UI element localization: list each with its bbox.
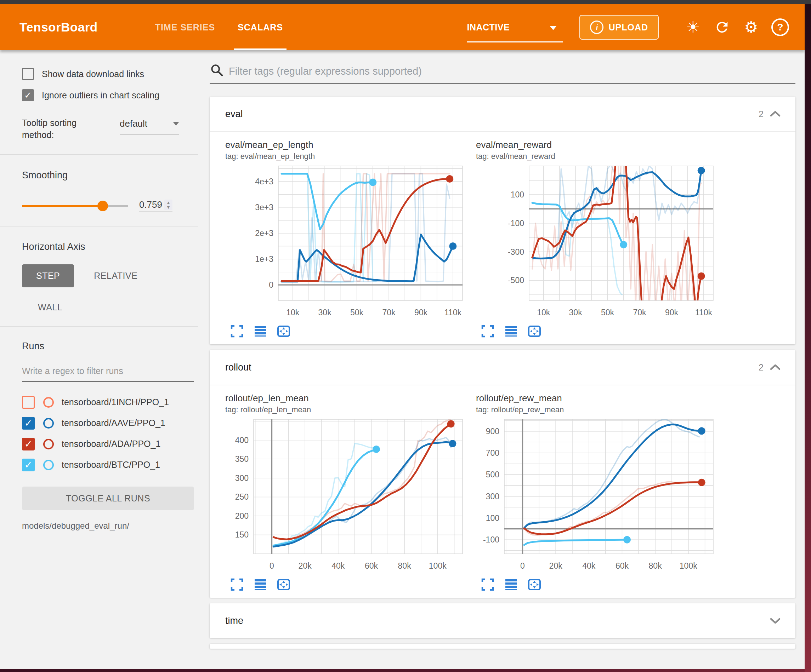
tab-scalars[interactable]: SCALARS	[226, 4, 294, 50]
svg-text:110k: 110k	[445, 308, 462, 317]
status-dropdown[interactable]: INACTIVE	[467, 22, 563, 32]
settings-button[interactable]: ⚙	[741, 17, 762, 37]
svg-text:350: 350	[235, 454, 249, 464]
run-checkbox[interactable]	[22, 396, 35, 409]
ignore-outliers-row[interactable]: ✓ Ignore outliers in chart scaling	[22, 89, 199, 101]
svg-text:90k: 90k	[665, 308, 679, 317]
data-table-icon[interactable]	[254, 578, 267, 591]
section-body-rollout: rollout/ep_len_mean tag: rollout/ep_len_…	[210, 385, 796, 598]
chevron-down-icon[interactable]	[769, 616, 781, 625]
axis-option-relative[interactable]: RELATIVE	[94, 271, 137, 281]
svg-text:30k: 30k	[569, 308, 583, 317]
smoothing-stepper[interactable]: ▲▼	[165, 200, 173, 210]
tooltip-sorting-dropdown[interactable]: default	[120, 118, 179, 129]
run-item-1inch[interactable]: tensorboard/1INCH/PPO_1	[22, 392, 199, 413]
chart-canvas-mean-ep-length[interactable]: 10k30k50k70k90k110k01e+32e+33e+34e+3	[225, 164, 476, 322]
svg-text:400: 400	[235, 436, 249, 445]
run-color-swatch-icon[interactable]	[43, 418, 54, 428]
data-table-icon[interactable]	[504, 325, 518, 338]
expand-view-icon[interactable]	[528, 578, 541, 591]
svg-text:-300: -300	[508, 247, 524, 257]
refresh-button[interactable]	[712, 17, 732, 37]
chart-canvas-mean-reward[interactable]: 10k30k50k70k90k110k100-100-300-500	[476, 164, 727, 322]
chevron-down-icon	[550, 26, 557, 30]
chart-card-mean-reward: eval/mean_reward tag: eval/mean_reward 1…	[476, 138, 727, 341]
status-dropdown-value: INACTIVE	[467, 22, 510, 32]
section-header-eval[interactable]: eval 2	[210, 96, 796, 132]
fullscreen-icon[interactable]	[481, 325, 494, 338]
horizontal-axis-options: STEP RELATIVE	[22, 264, 199, 287]
window-edge-right	[804, 4, 811, 672]
svg-text:40k: 40k	[331, 561, 345, 570]
runs-filter-input[interactable]: Write a regex to filter runs	[22, 366, 194, 382]
gear-icon: ⚙	[744, 19, 758, 35]
data-table-icon[interactable]	[504, 578, 518, 591]
run-checkbox[interactable]: ✓	[22, 417, 35, 430]
tooltip-sorting-value: default	[120, 118, 147, 129]
run-item-ada[interactable]: ✓tensorboard/ADA/PPO_1	[22, 433, 199, 454]
chevron-up-icon[interactable]	[769, 363, 781, 372]
expand-view-icon[interactable]	[528, 325, 541, 338]
fullscreen-icon[interactable]	[230, 578, 244, 591]
upload-button[interactable]: i UPLOAD	[579, 15, 659, 40]
run-color-swatch-icon[interactable]	[43, 397, 54, 408]
run-label: tensorboard/1INCH/PPO_1	[62, 397, 169, 407]
svg-text:90k: 90k	[414, 308, 428, 317]
window-top-bar	[0, 0, 811, 4]
ignore-outliers-checkbox[interactable]: ✓	[22, 89, 34, 101]
chart-title: eval/mean_reward	[476, 138, 727, 151]
expand-view-icon[interactable]	[277, 325, 290, 338]
section-header-time[interactable]: time	[210, 603, 796, 638]
expand-view-icon[interactable]	[277, 578, 290, 591]
brightness-toggle-button[interactable]: ☀	[683, 17, 703, 37]
tag-filter-input[interactable]: Filter tags (regular expressions support…	[210, 63, 796, 84]
chevron-up-icon[interactable]	[769, 110, 781, 118]
axis-option-wall[interactable]: WALL	[38, 302, 199, 313]
help-button[interactable]: ?	[770, 17, 791, 37]
run-color-swatch-icon[interactable]	[43, 460, 54, 470]
smoothing-value-field[interactable]: 0.759 ▲▼	[139, 199, 173, 212]
svg-text:300: 300	[486, 492, 499, 501]
tab-time-series[interactable]: TIME SERIES	[144, 4, 226, 50]
svg-text:60k: 60k	[365, 561, 378, 570]
chart-canvas-ep-len-mean[interactable]: 020k40k60k80k100k150200250300350400	[225, 417, 476, 576]
fullscreen-icon[interactable]	[481, 578, 494, 591]
chevron-down-icon	[173, 122, 179, 125]
svg-text:100k: 100k	[680, 561, 697, 570]
run-item-btc[interactable]: ✓tensorboard/BTC/PPO_1	[22, 454, 199, 475]
stepper-up-icon[interactable]: ▲	[166, 200, 171, 205]
stepper-down-icon[interactable]: ▼	[166, 205, 171, 210]
section-card-eval: eval 2 eval/mean_ep_length tag: eval/mea…	[210, 96, 796, 344]
smoothing-slider[interactable]	[22, 200, 128, 212]
run-color-swatch-icon[interactable]	[43, 439, 54, 449]
svg-text:100: 100	[486, 513, 499, 523]
runs-filter-placeholder: Write a regex to filter runs	[22, 366, 194, 376]
toggle-all-runs-button[interactable]: TOGGLE ALL RUNS	[22, 487, 194, 510]
show-download-links-checkbox[interactable]	[22, 68, 34, 80]
refresh-icon	[714, 19, 730, 36]
smoothing-control: 0.759 ▲▼	[22, 199, 199, 212]
show-download-links-row[interactable]: Show data download links	[22, 68, 199, 80]
svg-text:100k: 100k	[429, 561, 446, 570]
data-table-icon[interactable]	[254, 325, 267, 338]
chart-canvas-ep-rew-mean[interactable]: 020k40k60k80k100k-100100300500700900	[476, 417, 727, 576]
svg-text:150: 150	[235, 530, 249, 539]
section-chart-count: 2	[758, 109, 763, 119]
sidebar-divider	[0, 226, 199, 227]
chart-title: eval/mean_ep_length	[225, 138, 476, 151]
run-item-aave[interactable]: ✓tensorboard/AAVE/PPO_1	[22, 413, 199, 433]
svg-text:70k: 70k	[633, 308, 646, 317]
run-label: tensorboard/ADA/PPO_1	[62, 439, 160, 449]
chart-actions	[481, 325, 727, 338]
svg-text:50k: 50k	[601, 308, 614, 317]
slider-knob[interactable]	[97, 201, 108, 211]
svg-text:700: 700	[486, 449, 499, 457]
run-checkbox[interactable]: ✓	[22, 438, 35, 450]
section-header-rollout[interactable]: rollout 2	[210, 350, 796, 385]
dropdown-underline	[467, 41, 563, 42]
chart-title: rollout/ep_len_mean	[225, 392, 476, 405]
run-checkbox[interactable]: ✓	[22, 459, 35, 471]
fullscreen-icon[interactable]	[230, 325, 244, 338]
chart-actions	[230, 578, 476, 591]
axis-option-step[interactable]: STEP	[22, 264, 74, 287]
